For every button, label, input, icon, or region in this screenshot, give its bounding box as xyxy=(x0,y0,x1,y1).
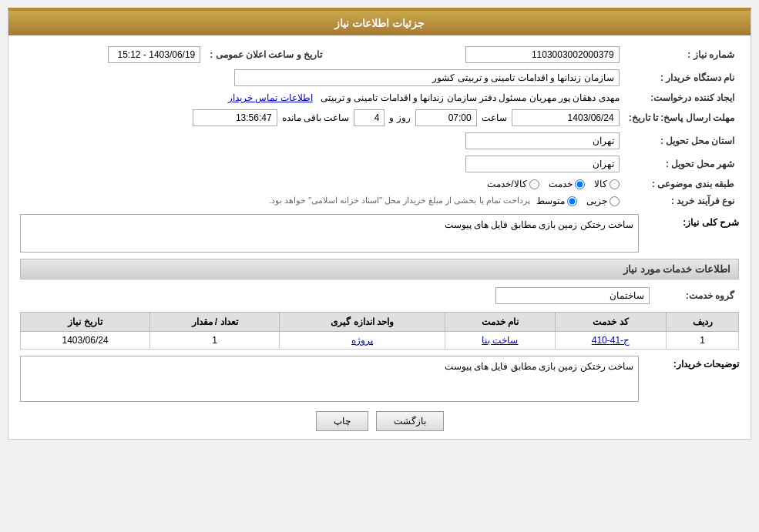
deadline-label: مهلت ارسال پاسخ: تا تاریخ: xyxy=(624,106,739,129)
creator-label: ایجاد کننده درخواست: xyxy=(624,89,739,106)
button-row: بازگشت چاپ xyxy=(20,411,739,431)
order-number-label: شماره نیاز : xyxy=(624,43,739,66)
cell-date: 1403/06/24 xyxy=(21,332,150,350)
deadline-time-label: ساعت xyxy=(482,112,507,123)
th-name: نام خدمت xyxy=(445,313,555,332)
th-row: ردیف xyxy=(667,313,739,332)
cell-code[interactable]: ج-41-410 xyxy=(555,332,667,350)
organization-label: نام دستگاه خریدار : xyxy=(624,66,739,89)
remaining-label: ساعت باقی مانده xyxy=(282,112,350,123)
general-desc-container: ساخت رختکن زمین بازی مطابق فایل های پیوس… xyxy=(20,214,639,253)
back-button[interactable]: بازگشت xyxy=(376,411,444,431)
purchase-jozi-label: جزیی xyxy=(586,196,607,206)
buyer-desc-container: ساخت رختکن زمین بازی مطابق فایل های پیوس… xyxy=(20,356,639,402)
purchase-type-label: نوع فرآیند خرید : xyxy=(624,192,739,209)
days-input[interactable] xyxy=(354,109,385,126)
print-button[interactable]: چاپ xyxy=(316,411,368,431)
th-code: کد خدمت xyxy=(555,313,667,332)
card-body: شماره نیاز : تاریخ و ساعت اعلان عمومی : … xyxy=(8,35,751,439)
order-number-value xyxy=(327,43,624,66)
service-group-table: گروه خدمت: xyxy=(20,284,739,307)
buyer-desc-label: توضیحات خریدار: xyxy=(673,359,739,370)
cell-row: 1 xyxy=(667,332,739,350)
cell-unit[interactable]: پروژه xyxy=(279,332,445,350)
services-section-title: اطلاعات خدمات مورد نیاز xyxy=(20,259,739,279)
table-row: 1ج-41-410ساخت بناپروژه11403/06/24 xyxy=(21,332,739,350)
remaining-input[interactable] xyxy=(193,109,277,126)
province-value xyxy=(20,129,624,152)
general-desc-value: ساخت رختکن زمین بازی مطابق فایل های پیوس… xyxy=(445,219,633,230)
creator-text: مهدی دهقان پور مهریان مسئول دفتر سازمان … xyxy=(321,92,620,103)
general-desc-box: ساخت رختکن زمین بازی مطابق فایل های پیوس… xyxy=(20,214,639,253)
info-table-top: شماره نیاز : تاریخ و ساعت اعلان عمومی : … xyxy=(20,43,739,209)
th-date: تاریخ نیاز xyxy=(21,313,150,332)
category-kala-radio[interactable] xyxy=(610,179,620,189)
service-group-input[interactable] xyxy=(495,287,650,304)
purchase-type-row: جزیی متوسط پرداخت تمام یا بخشی از مبلغ خ… xyxy=(20,192,624,209)
purchase-jozi-radio[interactable] xyxy=(610,196,620,206)
announce-input[interactable] xyxy=(108,46,200,63)
province-label: استان محل تحویل : xyxy=(624,129,739,152)
category-kala-khedmat-label: کالا/خدمت xyxy=(487,179,526,189)
announce-value xyxy=(20,43,205,66)
th-unit: واحد اندازه گیری xyxy=(279,313,445,332)
announce-label: تاریخ و ساعت اعلان عمومی : xyxy=(205,43,327,66)
category-khedmat-radio[interactable] xyxy=(575,179,585,189)
cell-qty: 1 xyxy=(150,332,280,350)
category-kala-khedmat-radio[interactable] xyxy=(529,179,539,189)
purchase-mottaset-label: متوسط xyxy=(536,196,565,206)
cell-name[interactable]: ساخت بنا xyxy=(445,332,555,350)
deadline-row: ساعت روز و ساعت باقی مانده xyxy=(20,106,624,129)
purchase-mottaset-radio[interactable] xyxy=(567,196,577,206)
city-input[interactable] xyxy=(465,156,620,172)
page-wrapper: جزئیات اطلاعات نیاز شماره نیاز : تاریخ و… xyxy=(0,0,759,447)
province-input[interactable] xyxy=(465,132,620,149)
city-label: شهر محل تحویل : xyxy=(624,152,739,176)
deadline-date-input[interactable] xyxy=(512,109,620,126)
category-khedmat[interactable]: خدمت xyxy=(549,179,585,189)
purchase-note: پرداخت تمام یا بخشی از مبلغ خریداز محل "… xyxy=(269,196,530,206)
main-card: جزئیات اطلاعات نیاز شماره نیاز : تاریخ و… xyxy=(8,8,751,440)
page-title: جزئیات اطلاعات نیاز xyxy=(8,11,751,35)
order-number-input[interactable] xyxy=(465,46,620,63)
purchase-mottaset[interactable]: متوسط xyxy=(536,196,577,206)
purchase-jozi[interactable]: جزیی xyxy=(586,196,620,206)
creator-value: مهدی دهقان پور مهریان مسئول دفتر سازمان … xyxy=(20,89,624,106)
th-qty: تعداد / مقدار xyxy=(150,313,280,332)
service-group-value xyxy=(20,284,654,307)
category-kala-label: کالا xyxy=(594,179,607,189)
services-table: ردیف کد خدمت نام خدمت واحد اندازه گیری ت… xyxy=(20,312,739,350)
organization-input[interactable] xyxy=(234,69,620,86)
contact-link[interactable]: اطلاعات تماس خریدار xyxy=(228,92,313,103)
city-value xyxy=(20,152,624,176)
category-label: طبقه بندی موضوعی : xyxy=(624,176,739,192)
category-kala-khedmat[interactable]: کالا/خدمت xyxy=(487,179,539,189)
buyer-desc-value: ساخت رختکن زمین بازی مطابق فایل های پیوس… xyxy=(445,361,633,372)
service-group-label: گروه خدمت: xyxy=(654,284,739,307)
general-desc-label: شرح کلی نیاز: xyxy=(683,217,739,228)
buyer-desc-box: ساخت رختکن زمین بازی مطابق فایل های پیوس… xyxy=(20,356,639,402)
category-kala[interactable]: کالا xyxy=(594,179,620,189)
days-label: روز و xyxy=(389,112,410,123)
organization-value xyxy=(20,66,624,89)
category-options: کالا خدمت کالا/خدمت xyxy=(20,176,624,192)
category-khedmat-label: خدمت xyxy=(549,179,573,189)
deadline-time-input[interactable] xyxy=(415,109,477,126)
